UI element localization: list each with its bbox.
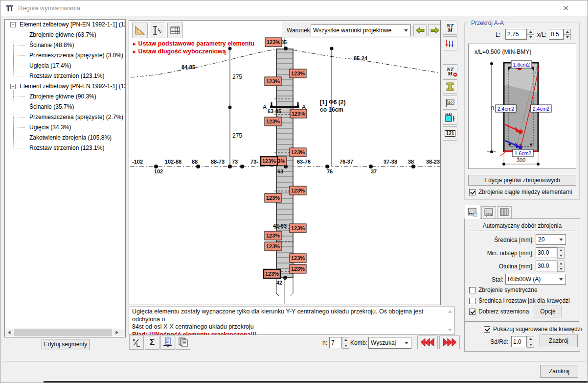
warning-set-basic-params[interactable]: Ustaw podstawowe parametry elementu (133, 40, 254, 47)
cover-spinner[interactable] (557, 261, 565, 271)
results-table-button[interactable] (167, 23, 183, 38)
tree-check-item[interactable]: Zbrojenie główne (63.7%) (5, 30, 125, 40)
collapse-icon[interactable]: – (10, 84, 16, 89)
options-button[interactable]: Opcje (534, 306, 562, 317)
tree-check-item[interactable]: Rozstaw strzemion (123.1%) (5, 71, 125, 81)
tab-edge-reinforcement[interactable] (465, 205, 480, 219)
titlebar: Reguła wymiarowania ✕ (0, 0, 588, 16)
svg-text:38: 38 (408, 159, 414, 165)
komb-select[interactable]: Wyszukaj (368, 337, 411, 349)
symmetric-checkbox[interactable] (469, 287, 475, 293)
svg-text:123%: 123% (291, 225, 305, 231)
svg-text:123%: 123% (266, 233, 280, 239)
show-suggested-checkbox[interactable] (484, 326, 490, 333)
svg-text:88-73: 88-73 (211, 159, 225, 165)
utilization-badge: 123% (265, 231, 281, 240)
xl-coords-button[interactable]: x (129, 335, 144, 350)
edit-segments-button[interactable]: Edytuj segmenty (42, 339, 90, 350)
utilization-badge: 123% (264, 269, 280, 278)
svg-text:37-38: 37-38 (384, 159, 397, 165)
ntm-off-button[interactable]: NTM (443, 64, 457, 78)
tree-check-item[interactable]: Ścinanie (48.8%) (5, 40, 125, 50)
scrollbar-thumb[interactable] (14, 329, 112, 336)
member-diagram[interactable]: 275275AA-102102-888888-737373-63-7676-37… (129, 21, 440, 305)
next-condition-button[interactable] (428, 24, 441, 36)
utilization-badge: 123% (265, 38, 282, 47)
tree-check-item[interactable]: Zakotwienie zbrojenia (105.8%) (5, 133, 125, 143)
scroll-left-icon[interactable] (5, 329, 13, 336)
bar-numbers-button[interactable]: 121 (443, 126, 457, 141)
tree-check-item[interactable]: Ugięcia (17.4%) (5, 61, 125, 71)
tab-full-section[interactable] (481, 206, 496, 219)
tree-element-1[interactable]: –Element żelbetowy [PN-EN 1992-1-1] (123… (5, 20, 125, 30)
last-combination-button[interactable] (439, 335, 460, 349)
tree-element-2[interactable]: –Element żelbetowy [PN-EN 1992-1-1] (123… (5, 81, 125, 92)
stirrups-checkbox[interactable] (469, 309, 475, 315)
steel-profile-button[interactable] (443, 79, 457, 94)
tree-check-item[interactable]: Ugięcia (34.3%) (5, 122, 125, 133)
svg-text:123%: 123% (265, 271, 279, 277)
tree-check-item[interactable]: Ścinanie (35.7%) (5, 102, 125, 112)
crack-width-button[interactable]: 80 (443, 96, 457, 110)
loads-button[interactable] (443, 36, 457, 50)
title-underline (469, 231, 576, 231)
steel-select[interactable]: RB500W (A) (505, 274, 566, 285)
calc-point-button[interactable] (160, 335, 175, 350)
tree-check-item[interactable]: Przemieszczenia (sprężyste) (2.7%) (5, 112, 125, 122)
buckling-length-button[interactable]: L (150, 23, 165, 38)
close-button[interactable]: Zamknij (540, 365, 578, 378)
section-preview[interactable]: x/L=0.500 (MIN-BMY)81.6cm22.4cm22.4cm21.… (468, 44, 576, 169)
message-line-1: Ugięcia elementu zostały wyznaczone tylk… (132, 308, 445, 323)
diameter-select[interactable]: 20 (536, 234, 566, 245)
stirrups-label: Dobierz strzemiona (478, 308, 529, 315)
verification-tree[interactable]: –Element żelbetowy [PN-EN 1992-1-1] (123… (4, 19, 126, 337)
prev-condition-button[interactable] (413, 24, 427, 36)
tree-check-item[interactable]: Przemieszczenia (sprężyste) (3.0%) (5, 50, 125, 61)
sdrd-spinner[interactable] (527, 336, 534, 347)
scroll-down-icon[interactable] (448, 328, 452, 333)
reinforce-button[interactable]: Zazbrój (540, 335, 578, 347)
svg-text:84-85: 84-85 (181, 64, 195, 70)
close-icon[interactable]: ✕ (563, 4, 569, 13)
xl-spinner[interactable] (564, 29, 571, 40)
drawing-area[interactable]: 275275AA-102102-888888-737373-63-7676-37… (129, 20, 441, 305)
tab-stirrups[interactable] (497, 206, 512, 219)
warning-set-buckling-length[interactable]: Ustaw długość wyboczeniową (133, 48, 226, 55)
ntm-diagrams-button[interactable]: NTM (443, 21, 457, 35)
xl-input[interactable] (549, 29, 564, 40)
sum-button[interactable]: Σ (145, 335, 159, 350)
svg-text:123%: 123% (291, 266, 305, 272)
condition-select[interactable]: Wszystkie warunki projektowe (311, 24, 411, 36)
n-spinner[interactable] (342, 337, 349, 348)
svg-text:102-88: 102-88 (165, 159, 181, 165)
chevron-down-icon (559, 278, 563, 281)
edit-rebar-button[interactable]: Edycja prętów zbrojeniowych (468, 175, 576, 186)
sdrd-input[interactable] (511, 336, 527, 347)
tree-check-item[interactable]: Zbrojenie główne (90.3%) (5, 92, 125, 102)
length-input[interactable] (505, 29, 527, 40)
scroll-up-icon[interactable] (448, 309, 452, 314)
stirrup-zone-button[interactable] (443, 111, 457, 125)
tree-horizontal-scrollbar[interactable] (5, 329, 125, 336)
length-spinner[interactable] (527, 29, 534, 40)
continuous-reinforcement-checkbox[interactable] (469, 189, 475, 195)
svg-text:76: 76 (327, 168, 333, 174)
collapse-icon[interactable]: – (10, 22, 16, 27)
svg-text:-102: -102 (132, 159, 143, 165)
cover-input[interactable] (536, 261, 557, 271)
diameter-label: Średnica [mm]: (465, 237, 534, 243)
min-spacing-input[interactable] (536, 247, 557, 258)
flag-80-icon: 80 (445, 98, 455, 108)
tree-check-item[interactable]: Rozstaw strzemion (123.1%) (5, 143, 125, 153)
n-input[interactable] (329, 337, 342, 348)
copy-report-button[interactable] (176, 335, 190, 350)
svg-text:63: 63 (277, 168, 283, 174)
svg-text:123%: 123% (291, 71, 305, 76)
scale-tool-button[interactable] (132, 23, 148, 38)
min-spacing-spinner[interactable] (557, 247, 565, 258)
same-as-edge-checkbox[interactable] (469, 298, 475, 304)
load-arrows-icon (445, 39, 455, 48)
first-combination-button[interactable] (417, 335, 438, 349)
message-box[interactable]: Ugięcia elementu zostały wyznaczone tylk… (129, 307, 454, 335)
scroll-right-icon[interactable] (113, 329, 121, 336)
